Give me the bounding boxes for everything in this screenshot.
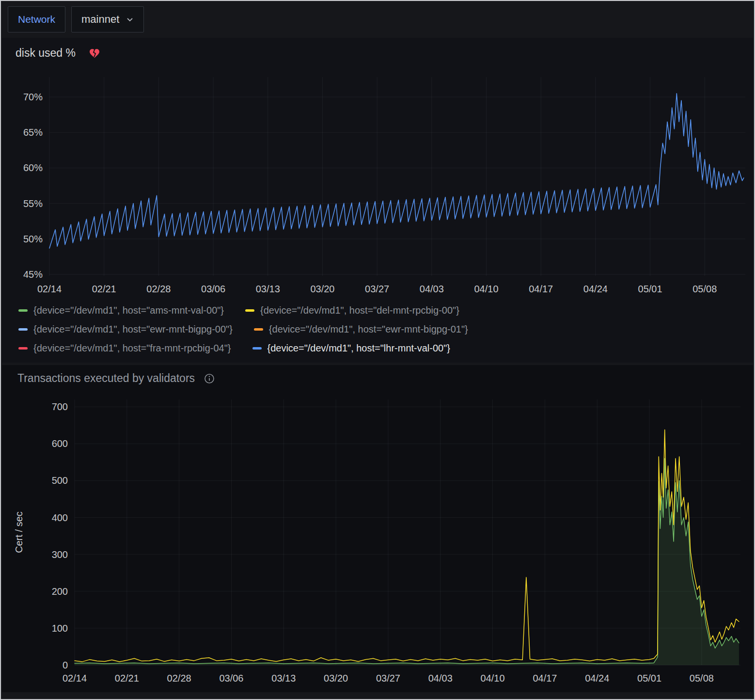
legend-row: {device="/dev/md1", host="ams-mnt-val-00… [18, 305, 737, 316]
svg-text:03/06: 03/06 [201, 284, 225, 294]
panel-disk-used: disk used % 02/1402/2102/2803/0603/1303/… [2, 38, 753, 363]
svg-text:05/01: 05/01 [637, 673, 661, 684]
svg-text:02/21: 02/21 [92, 284, 116, 294]
svg-text:04/24: 04/24 [583, 284, 608, 294]
svg-text:03/06: 03/06 [219, 673, 243, 684]
svg-text:02/28: 02/28 [167, 673, 191, 684]
svg-text:200: 200 [52, 586, 68, 597]
svg-text:400: 400 [52, 512, 68, 523]
svg-text:45%: 45% [23, 269, 43, 280]
svg-text:05/08: 05/08 [692, 284, 717, 294]
legend-item-fra-mnt-rpcbig-04[interactable]: {device="/dev/md1", host="fra-mnt-rpcbig… [18, 343, 231, 354]
legend-item-ewr-mnt-bigpg-01[interactable]: {device="/dev/md1", host="ewr-mnt-bigpg-… [254, 324, 468, 335]
svg-text:70%: 70% [23, 92, 43, 102]
legend-item-del-mnt-rpcbig-00[interactable]: {device="/dev/md1", host="del-mnt-rpcbig… [245, 305, 459, 316]
panel-title[interactable]: Transactions executed by validators [17, 372, 195, 385]
svg-text:600: 600 [52, 438, 68, 449]
network-variable-select[interactable]: mainnet [71, 6, 144, 32]
svg-text:05/08: 05/08 [690, 673, 714, 684]
legend-row: {device="/dev/md1", host="ewr-mnt-bigpg-… [18, 324, 737, 335]
svg-text:03/13: 03/13 [271, 673, 296, 684]
svg-text:55%: 55% [23, 198, 43, 209]
dashboard-controls: Network mainnet [1, 1, 754, 38]
svg-text:05/01: 05/01 [638, 284, 662, 294]
svg-text:60%: 60% [23, 162, 43, 173]
svg-text:03/27: 03/27 [376, 673, 400, 684]
legend-item-ams-mnt-val-00[interactable]: {device="/dev/md1", host="ams-mnt-val-00… [18, 305, 224, 316]
panel-transactions-header: Transactions executed by validators [2, 365, 753, 387]
svg-text:04/17: 04/17 [529, 284, 553, 294]
svg-text:04/03: 04/03 [420, 284, 444, 294]
legend-label: {device="/dev/md1", host="ewr-mnt-bigpg-… [269, 324, 468, 335]
svg-text:700: 700 [52, 401, 68, 412]
legend-row: {device="/dev/md1", host="fra-mnt-rpcbig… [18, 343, 737, 354]
svg-text:02/14: 02/14 [63, 673, 87, 684]
svg-text:02/21: 02/21 [115, 673, 139, 684]
svg-text:02/28: 02/28 [146, 284, 171, 294]
chart-legend: {device="/dev/md1", host="ams-mnt-val-00… [2, 300, 753, 363]
svg-text:0: 0 [63, 660, 68, 670]
svg-text:03/20: 03/20 [324, 673, 348, 684]
svg-text:300: 300 [52, 549, 68, 560]
panel-disk-used-header: disk used % [2, 38, 753, 63]
legend-label: {device="/dev/md1", host="ewr-mnt-bigpg-… [33, 324, 233, 335]
svg-text:100: 100 [52, 623, 68, 634]
grafana-dashboard: { "topbar": { "network_label": "Network"… [0, 0, 755, 700]
svg-text:50%: 50% [23, 234, 43, 244]
network-variable-label[interactable]: Network [8, 6, 65, 32]
legend-swatch [18, 309, 28, 312]
svg-text:04/03: 04/03 [428, 673, 453, 684]
svg-text:Cert / sec: Cert / sec [14, 511, 24, 553]
svg-text:04/10: 04/10 [474, 284, 498, 294]
transactions-chart[interactable]: 02/1402/2102/2803/0603/1303/2003/2704/03… [2, 387, 754, 692]
panel-title[interactable]: disk used % [16, 47, 76, 60]
legend-swatch [18, 328, 28, 331]
legend-label: {device="/dev/md1", host="fra-mnt-rpcbig… [33, 343, 231, 354]
legend-item-ewr-mnt-bigpg-00[interactable]: {device="/dev/md1", host="ewr-mnt-bigpg-… [18, 324, 233, 335]
legend-label: {device="/dev/md1", host="ams-mnt-val-00… [33, 305, 224, 316]
legend-swatch [254, 328, 263, 331]
info-icon[interactable] [204, 373, 215, 384]
legend-swatch [245, 309, 254, 312]
chevron-down-icon [126, 16, 134, 23]
disk-used-chart[interactable]: 02/1402/2102/2803/0603/1303/2003/2704/03… [2, 63, 753, 300]
panel-transactions: Transactions executed by validators 02/1… [2, 365, 753, 692]
svg-text:65%: 65% [23, 127, 43, 138]
svg-text:03/20: 03/20 [310, 284, 334, 294]
svg-text:500: 500 [52, 475, 68, 486]
network-value-text: mainnet [81, 13, 119, 26]
svg-text:03/13: 03/13 [256, 284, 280, 294]
legend-label: {device="/dev/md1", host="lhr-mnt-val-00… [267, 343, 450, 354]
legend-label: {device="/dev/md1", host="del-mnt-rpcbig… [260, 305, 459, 316]
svg-text:03/27: 03/27 [365, 284, 389, 294]
legend-item-lhr-mnt-val-00[interactable]: {device="/dev/md1", host="lhr-mnt-val-00… [252, 343, 450, 354]
network-label-text: Network [18, 14, 55, 25]
svg-text:04/10: 04/10 [481, 673, 505, 684]
legend-swatch [252, 347, 262, 350]
svg-text:02/14: 02/14 [37, 284, 62, 294]
svg-text:04/17: 04/17 [533, 673, 557, 684]
svg-text:04/24: 04/24 [585, 673, 609, 684]
legend-swatch [18, 347, 28, 350]
alert-broken-heart-icon [88, 48, 101, 59]
